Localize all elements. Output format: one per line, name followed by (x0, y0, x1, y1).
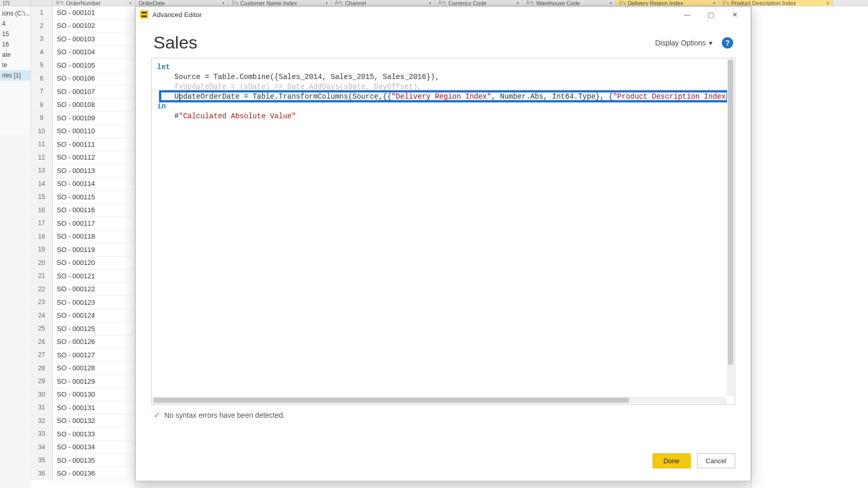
chevron-down-icon[interactable]: ▾ (610, 1, 612, 6)
table-row[interactable]: 21SO - 000121 (31, 270, 134, 283)
maximize-button[interactable]: ▢ (699, 7, 723, 22)
advanced-editor-dialog: Advanced Editor — ▢ ✕ Sales Display Opti… (135, 6, 751, 481)
table-row[interactable]: 29SO - 000129 (31, 375, 134, 388)
code-content[interactable]: let Source = Table.Combine({Sales_2014, … (152, 58, 735, 125)
column-header[interactable]: AᴮcWarehouse Code▾ (523, 0, 616, 6)
chevron-down-icon[interactable]: ▾ (129, 1, 132, 6)
table-row[interactable]: 24SO - 000124 (31, 309, 134, 323)
row-number: 14 (31, 178, 53, 191)
column-header[interactable]: AᴮcCurrency Code▾ (435, 0, 523, 6)
check-icon: ✓ (153, 410, 160, 420)
help-icon[interactable]: ? (722, 37, 733, 49)
row-number: 26 (31, 336, 53, 349)
cell-value: SO - 000132 (53, 417, 95, 424)
table-row[interactable]: 22SO - 000122 (31, 283, 134, 296)
queries-pane-item[interactable]: 4 (0, 19, 30, 29)
chevron-down-icon[interactable]: ▾ (713, 1, 716, 6)
cell-value: SO - 000126 (53, 338, 95, 345)
row-number: 25 (31, 322, 53, 335)
scrollbar-thumb[interactable] (153, 398, 629, 403)
cell-value: SO - 000101 (53, 9, 95, 17)
table-row[interactable]: 5SO - 000105 (31, 59, 134, 72)
table-row[interactable]: 3SO - 000103 (31, 33, 134, 46)
row-number: 32 (31, 415, 53, 428)
table-row[interactable]: 18SO - 000118 (31, 230, 134, 244)
table-row[interactable]: 9SO - 000109 (31, 112, 134, 125)
table-row[interactable]: 12SO - 000112 (31, 151, 134, 165)
row-number: 9 (31, 112, 53, 124)
column-header[interactable]: [7] (0, 0, 31, 6)
code-editor[interactable]: let Source = Table.Combine({Sales_2014, … (151, 58, 735, 405)
table-row[interactable]: 14SO - 000114 (31, 178, 134, 191)
powerbi-logo-icon (140, 10, 148, 19)
table-row[interactable]: 7SO - 000107 (31, 85, 134, 99)
cell-value: SO - 000114 (53, 180, 95, 187)
close-button[interactable]: ✕ (723, 7, 747, 22)
table-row[interactable]: 25SO - 000125 (31, 322, 134, 336)
editor-vertical-scrollbar[interactable] (727, 59, 734, 396)
queries-pane-item[interactable]: ries [1] (0, 70, 30, 81)
chevron-down-icon[interactable]: ▾ (222, 1, 225, 6)
table-row[interactable]: 28SO - 000128 (31, 362, 134, 375)
minimize-button[interactable]: — (675, 7, 699, 22)
table-row[interactable]: 34SO - 000134 (31, 441, 134, 454)
table-row[interactable]: 23SO - 000123 (31, 296, 134, 309)
column-header[interactable]: OrderDate▾ (135, 0, 228, 6)
table-row[interactable]: 10SO - 000110 (31, 125, 134, 138)
queries-pane-item[interactable]: 15 (0, 29, 30, 39)
table-row[interactable]: 27SO - 000127 (31, 349, 134, 362)
table-row[interactable]: 20SO - 000120 (31, 257, 134, 270)
row-number: 12 (31, 151, 53, 164)
table-row[interactable]: 33SO - 000133 (31, 428, 134, 441)
cell-value: SO - 000103 (53, 35, 95, 43)
queries-pane-item[interactable]: ate (0, 50, 30, 60)
code-string-delivery: "Delivery Region Index" (392, 92, 491, 101)
column-header[interactable]: 1²₃Delivery Region Index▾ (616, 0, 719, 6)
cancel-button[interactable]: Cancel (697, 453, 735, 468)
chevron-down-icon[interactable]: ▾ (827, 1, 829, 6)
column-type-icon: Aᴮc (438, 0, 446, 6)
scrollbar-thumb[interactable] (728, 60, 733, 365)
column-label: Customer Name Index (240, 0, 297, 6)
table-row[interactable]: 13SO - 000113 (31, 164, 134, 178)
table-row[interactable]: 16SO - 000116 (31, 204, 134, 217)
column-header[interactable]: 1²₃Product Description Index▾ (719, 0, 833, 6)
table-row[interactable]: 17SO - 000117 (31, 217, 134, 230)
chevron-down-icon[interactable]: ▾ (429, 1, 431, 6)
table-row[interactable]: 36SO - 000136 (31, 467, 134, 481)
table-row[interactable]: 32SO - 000132 (31, 415, 134, 428)
column-header[interactable]: 1²₃Customer Name Index▾ (228, 0, 332, 6)
queries-pane-item[interactable]: te (0, 60, 30, 70)
chevron-down-icon[interactable]: ▾ (326, 1, 328, 6)
queries-pane-item[interactable]: 16 (0, 39, 30, 50)
table-row[interactable]: 19SO - 000119 (31, 243, 134, 257)
table-row[interactable]: 30SO - 000130 (31, 388, 134, 402)
column-header[interactable]: AᴮcChannel▾ (332, 0, 435, 6)
done-button[interactable]: Done (653, 453, 691, 468)
table-row[interactable]: 11SO - 000111 (31, 138, 134, 151)
table-row[interactable]: 6SO - 000106 (31, 72, 134, 86)
table-row[interactable]: 2SO - 000102 (31, 20, 134, 33)
table-row[interactable]: 4SO - 000104 (31, 46, 134, 59)
row-number: 24 (31, 309, 53, 322)
table-row[interactable]: 31SO - 000131 (31, 401, 134, 415)
table-row[interactable]: 35SO - 000135 (31, 454, 134, 467)
table-row[interactable]: 8SO - 000108 (31, 99, 134, 112)
editor-horizontal-scrollbar[interactable] (152, 397, 726, 404)
column-label: Currency Code (448, 0, 487, 6)
cell-value: SO - 000136 (53, 469, 95, 477)
column-header[interactable]: AᴮcOrderNumber▾ (53, 0, 135, 6)
column-type-icon: Aᴮc (526, 0, 534, 6)
column-label: Channel (345, 0, 366, 6)
column-type-icon: Aᴮc (56, 0, 64, 6)
table-row[interactable]: 26SO - 000126 (31, 336, 134, 349)
table-row[interactable]: 15SO - 000115 (31, 191, 134, 204)
queries-pane-item[interactable]: ions (C:\... (0, 8, 30, 19)
column-header[interactable] (31, 0, 53, 6)
cell-value: SO - 000127 (53, 351, 95, 359)
cell-value: SO - 000122 (53, 285, 95, 293)
table-row[interactable]: 1SO - 000101 (31, 6, 134, 20)
dialog-titlebar: Advanced Editor — ▢ ✕ (136, 7, 751, 22)
display-options-dropdown[interactable]: Display Options ▾ (655, 39, 712, 47)
chevron-down-icon[interactable]: ▾ (517, 1, 519, 6)
